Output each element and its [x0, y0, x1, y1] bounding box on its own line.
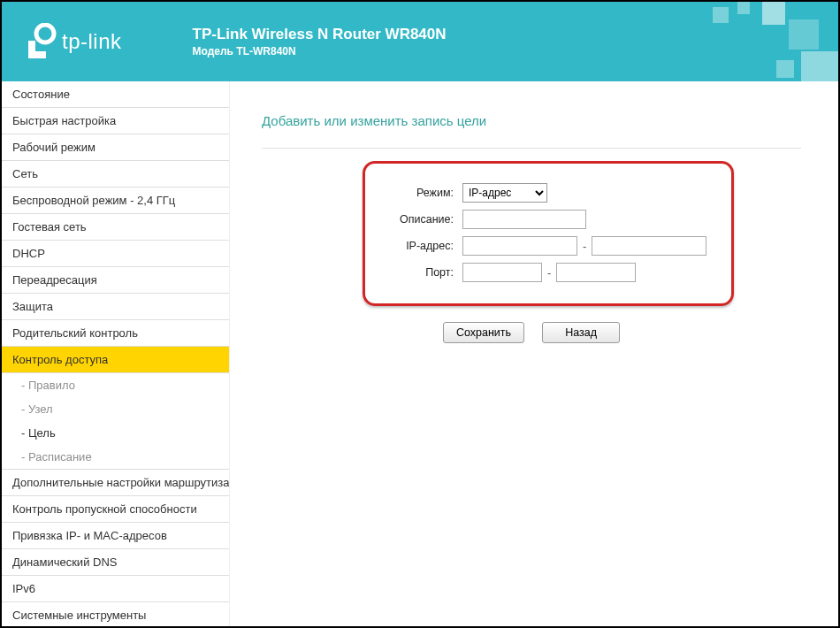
divider — [262, 148, 801, 149]
sidebar-item-4[interactable]: Беспроводной режим - 2,4 ГГц — [2, 188, 229, 214]
row-description: Описание: — [383, 210, 714, 229]
app-header: tp-link TP-Link Wireless N Router WR840N… — [2, 2, 838, 81]
sidebar-item-8[interactable]: Защита — [2, 294, 229, 320]
port-to-input[interactable] — [556, 263, 636, 282]
svg-rect-2 — [28, 51, 46, 58]
sidebar-item-6[interactable]: DHCP — [2, 241, 229, 267]
mode-select[interactable]: IP-адрес — [462, 183, 547, 203]
sidebar-item-14[interactable]: Динамический DNS — [2, 549, 229, 576]
sidebar-subitem-10-3[interactable]: - Расписание — [2, 445, 229, 469]
sidebar-item-16[interactable]: Системные инструменты — [2, 602, 229, 626]
row-ip: IP-адрес: - — [383, 236, 714, 256]
sidebar-item-5[interactable]: Гостевая сеть — [2, 214, 229, 241]
ip-from-input[interactable] — [462, 236, 577, 256]
label-mode: Режим: — [383, 187, 462, 199]
label-description: Описание: — [383, 213, 462, 226]
sidebar-subitem-10-2[interactable]: - Цель — [2, 421, 229, 445]
sidebar-item-11[interactable]: Дополнительные настройки маршрутизации — [2, 470, 229, 496]
main-content: Добавить или изменить запись цели Режим:… — [230, 81, 838, 626]
target-form-callout: Режим: IP-адрес Описание: IP-адрес: - — [363, 161, 734, 306]
row-mode: Режим: IP-адрес — [383, 183, 714, 203]
sidebar-subitem-10-1[interactable]: - Узел — [2, 397, 229, 421]
ip-to-input[interactable] — [592, 236, 706, 256]
page-title: Добавить или изменить запись цели — [262, 113, 801, 128]
sidebar: СостояниеБыстрая настройкаРабочий режимС… — [2, 81, 230, 626]
description-input[interactable] — [462, 210, 586, 229]
brand-text: tp-link — [62, 29, 122, 54]
sidebar-item-12[interactable]: Контроль пропускной способности — [2, 496, 229, 523]
sidebar-item-9[interactable]: Родительский контроль — [2, 320, 229, 347]
product-title: TP-Link Wireless N Router WR840N — [193, 26, 447, 43]
sidebar-item-10[interactable]: Контроль доступа — [2, 347, 229, 373]
label-ip: IP-адрес: — [383, 240, 462, 252]
sidebar-item-1[interactable]: Быстрая настройка — [2, 108, 229, 134]
port-range-dash: - — [546, 266, 553, 280]
header-decoration — [644, 2, 838, 81]
back-button[interactable]: Назад — [542, 322, 620, 343]
sidebar-item-13[interactable]: Привязка IP- и MAC-адресов — [2, 523, 229, 549]
svg-point-0 — [36, 25, 54, 42]
label-port: Порт: — [383, 266, 462, 279]
sidebar-item-3[interactable]: Сеть — [2, 161, 229, 188]
tplink-logo-icon — [27, 23, 57, 60]
action-buttons: Сохранить Назад — [262, 322, 801, 343]
ip-range-dash: - — [581, 240, 588, 253]
port-from-input[interactable] — [462, 263, 542, 282]
row-port: Порт: - — [383, 263, 714, 282]
sidebar-subitem-10-0[interactable]: - Правило — [2, 373, 229, 397]
sidebar-item-0[interactable]: Состояние — [2, 81, 229, 108]
header-titles: TP-Link Wireless N Router WR840N Модель … — [193, 26, 447, 57]
sidebar-item-2[interactable]: Рабочий режим — [2, 134, 229, 161]
save-button[interactable]: Сохранить — [443, 322, 524, 343]
product-model: Модель TL-WR840N — [193, 45, 447, 57]
sidebar-item-15[interactable]: IPv6 — [2, 576, 229, 602]
brand-logo: tp-link — [27, 23, 122, 60]
sidebar-item-7[interactable]: Переадресация — [2, 267, 229, 294]
